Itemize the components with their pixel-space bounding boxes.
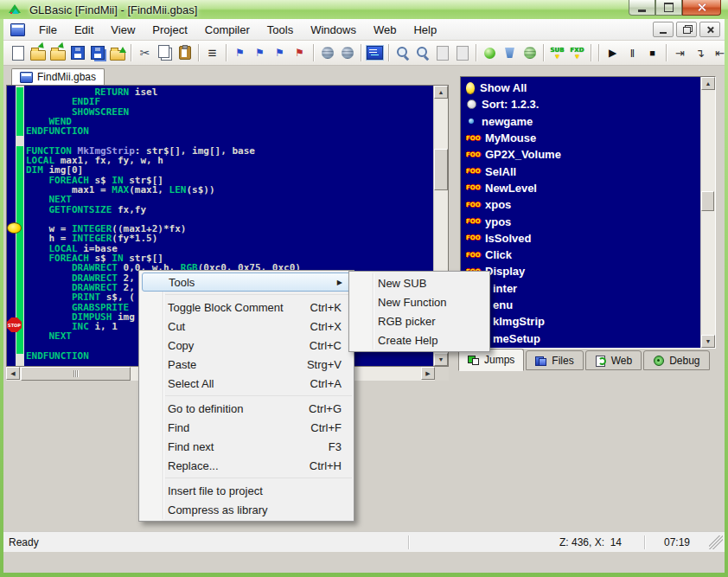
bookmark-toggle-button[interactable]: ⚑: [230, 42, 250, 63]
menu-project[interactable]: Project: [144, 19, 195, 40]
cut-button[interactable]: ✂: [135, 42, 155, 63]
jumps-vscrollbar[interactable]: ▲ ▼: [700, 77, 715, 348]
menu-edit[interactable]: Edit: [66, 19, 102, 40]
hscroll-thumb[interactable]: [21, 367, 131, 381]
menu-help[interactable]: Help: [405, 19, 445, 40]
context-menu-item-paste[interactable]: PasteStrg+V: [139, 355, 354, 374]
resize-grip[interactable]: [709, 535, 723, 549]
find-next-button[interactable]: [412, 42, 432, 63]
submenu-item-create-help[interactable]: Create Help: [349, 330, 489, 349]
submenu-item-new-function[interactable]: New Function: [349, 292, 489, 311]
scroll-down-icon[interactable]: ▼: [434, 353, 448, 366]
format-lines-button[interactable]: ≡: [202, 42, 222, 63]
save-button[interactable]: [67, 42, 87, 63]
open-project-button[interactable]: [48, 42, 67, 63]
jump-list-item-issolved[interactable]: FOOIsSolved: [461, 230, 700, 247]
web-globe-button[interactable]: [337, 42, 357, 63]
goto-function-button[interactable]: FXD▼: [567, 42, 587, 63]
bookmark-marker[interactable]: [7, 222, 22, 234]
jump-list-item-newlevel[interactable]: FOONewLevel: [461, 180, 700, 196]
find-button[interactable]: [393, 42, 412, 63]
build-web-button[interactable]: [520, 42, 540, 63]
jump-list-item-xpos[interactable]: FOOxpos: [461, 196, 700, 213]
panel-tab-web[interactable]: Web: [585, 350, 642, 370]
replace-button[interactable]: [432, 42, 452, 63]
submenu-item-new-sub[interactable]: New SUB: [349, 273, 489, 292]
jump-list-item-display[interactable]: FOODisplay: [461, 263, 700, 279]
mdi-minimize-button[interactable]: [653, 22, 674, 37]
vscroll-thumb[interactable]: [434, 149, 448, 190]
submenu-item-rgb-picker[interactable]: RGB picker: [349, 311, 489, 330]
stop-button[interactable]: ■: [642, 42, 662, 63]
context-menu-item-compress-as-library[interactable]: Compress as library: [139, 500, 354, 519]
mdi-restore-button[interactable]: [676, 22, 697, 37]
panel-tab-files[interactable]: Files: [526, 350, 583, 370]
jumps-scroll-track[interactable]: [701, 90, 715, 335]
context-menu-item-replace[interactable]: Replace...Ctrl+H: [139, 456, 354, 475]
menu-compiler[interactable]: Compiler: [196, 19, 259, 40]
jump-list-item-ypos[interactable]: FOOypos: [461, 213, 700, 229]
jump-list-item-gp2x-volume[interactable]: FOOGP2X_Volume: [461, 146, 700, 163]
copy-button[interactable]: [155, 42, 175, 63]
mdi-close-button[interactable]: [699, 22, 720, 37]
menu-file[interactable]: File: [30, 19, 66, 40]
context-menu-item-find-next[interactable]: Find nextF3: [139, 437, 354, 456]
web-tab-icon: [595, 356, 607, 366]
jump-list-item-mesetup[interactable]: meSetup: [461, 330, 700, 346]
context-menu-item-go-to-definition[interactable]: Go to definitionCtrl+G: [139, 399, 354, 418]
scroll-up-icon[interactable]: ▲: [434, 86, 448, 99]
step-over-button[interactable]: ↴: [690, 42, 710, 63]
jump-item-label: IsSolved: [485, 232, 531, 245]
export-file-button[interactable]: [107, 42, 127, 63]
paste-button[interactable]: [175, 42, 195, 63]
jump-list-item-inter[interactable]: inter: [461, 280, 700, 297]
panel-tab-debug[interactable]: Debug: [643, 350, 709, 370]
jump-list-item-sort-1-2-3[interactable]: Sort: 1.2.3.: [461, 96, 700, 112]
context-menu-item-select-all[interactable]: Select AllCtrl+A: [139, 374, 354, 393]
scroll-left-icon[interactable]: ◀: [6, 367, 20, 380]
compile-button[interactable]: [480, 42, 500, 63]
context-menu-item-cut[interactable]: CutCtrl+X: [139, 317, 354, 336]
title-bar[interactable]: GLBasic [FindMii] - [FindMii.gbas]: [0, 0, 728, 19]
menu-windows[interactable]: Windows: [302, 19, 365, 40]
context-menu-item-copy[interactable]: CopyCtrl+C: [139, 336, 354, 355]
minimize-button[interactable]: [629, 0, 655, 16]
bookmark-next-button[interactable]: ⚑: [250, 42, 270, 63]
context-menu-item-toggle-block-comment[interactable]: Toggle Block CommentCtrl+K: [139, 298, 354, 317]
save-all-button[interactable]: [87, 42, 107, 63]
jump-list-item-newgame[interactable]: newgame: [461, 113, 700, 130]
scroll-down-icon[interactable]: ▼: [701, 335, 715, 348]
step-out-button[interactable]: ⇤: [710, 42, 725, 63]
scroll-up-icon[interactable]: ▲: [701, 77, 715, 90]
bookmark-clear-button[interactable]: ⚑: [290, 42, 310, 63]
menu-tools[interactable]: Tools: [259, 19, 302, 40]
edit-replace-button[interactable]: [452, 42, 472, 63]
menu-web[interactable]: Web: [365, 19, 406, 40]
step-into-button[interactable]: ⇥: [670, 42, 690, 63]
pause-button[interactable]: ‖: [623, 42, 642, 63]
open-file-button[interactable]: [28, 42, 48, 63]
editor-tab[interactable]: FindMii.gbas: [11, 68, 105, 85]
jump-list-item-enu[interactable]: enu: [461, 297, 700, 313]
jump-list-item-selall[interactable]: FOOSelAll: [461, 163, 700, 179]
context-menu-item-find[interactable]: FindCtrl+F: [139, 418, 354, 437]
goto-sub-button[interactable]: SUB▼: [547, 42, 567, 63]
build-button[interactable]: [500, 42, 520, 63]
jump-list-item-click[interactable]: FOOClick: [461, 247, 700, 263]
jumps-scroll-thumb[interactable]: [701, 191, 714, 211]
new-file-button[interactable]: [8, 42, 28, 63]
context-menu-item-tools[interactable]: Tools▶: [142, 272, 351, 292]
run-button[interactable]: ▶: [603, 42, 623, 63]
menu-view[interactable]: View: [102, 19, 144, 40]
scroll-right-icon[interactable]: ▶: [421, 367, 435, 380]
close-button[interactable]: [682, 0, 721, 16]
jump-list-item-kimgstrip[interactable]: kImgStrip: [461, 313, 700, 330]
bookmark-prev-button[interactable]: ⚑: [270, 42, 290, 63]
document-window-icon[interactable]: [10, 23, 25, 36]
jump-list-item-mymouse[interactable]: FOOMyMouse: [461, 130, 700, 146]
output-console-button[interactable]: [365, 42, 385, 63]
help-globe-button[interactable]: [317, 42, 337, 63]
jump-list-item-show-all[interactable]: Show All: [461, 80, 700, 96]
maximize-button[interactable]: [655, 0, 682, 16]
context-menu-item-insert-file-to-project[interactable]: Insert file to project: [139, 481, 354, 500]
